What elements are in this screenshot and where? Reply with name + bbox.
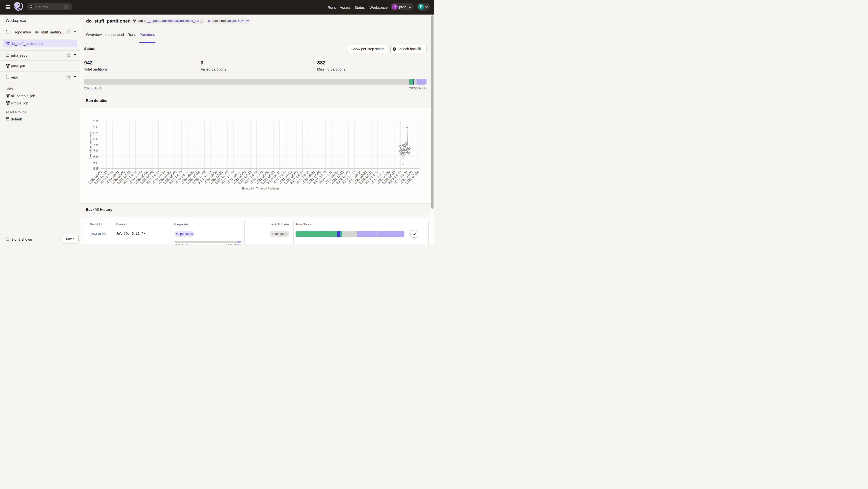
svg-text:8.5: 8.5 — [93, 131, 98, 135]
svg-text:7.5: 7.5 — [93, 143, 98, 147]
svg-text:9.5: 9.5 — [93, 119, 98, 123]
svg-text:9.0: 9.0 — [93, 125, 98, 129]
svg-text:7.0: 7.0 — [93, 149, 98, 153]
svg-text:8.0: 8.0 — [93, 137, 98, 141]
svg-text:Execution Time by Partition: Execution Time by Partition — [242, 187, 279, 190]
svg-text:Execution time (secs): Execution time (secs) — [89, 130, 92, 159]
svg-text:6.0: 6.0 — [93, 161, 98, 165]
svg-text:5.5: 5.5 — [93, 167, 98, 171]
svg-text:6.5: 6.5 — [93, 155, 98, 159]
